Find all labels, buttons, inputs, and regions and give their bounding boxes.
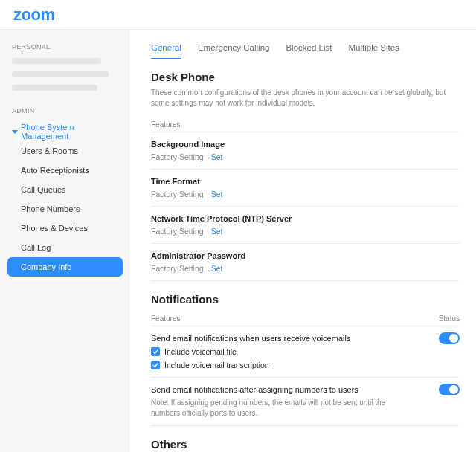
- checkbox-include-voicemail-transcription[interactable]: [151, 361, 160, 369]
- check-icon: [152, 362, 158, 368]
- sidebar-placeholder: [12, 85, 97, 91]
- setting-status: Factory Setting: [151, 227, 204, 236]
- checkbox-include-voicemail-file[interactable]: [151, 347, 160, 356]
- sidebar-item-phone-numbers[interactable]: Phone Numbers: [7, 199, 123, 219]
- setting-voicemail-notifications: Send email notifications when users rece…: [151, 326, 460, 378]
- sidebar-item-call-queues[interactable]: Call Queues: [7, 180, 123, 199]
- tab-blocked-list[interactable]: Blocked List: [286, 43, 332, 59]
- tabs: General Emergency Calling Blocked List M…: [151, 43, 460, 60]
- zoom-logo: zoom: [13, 5, 54, 25]
- setting-title: Network Time Protocol (NTP) Server: [151, 214, 460, 223]
- tab-emergency-calling[interactable]: Emergency Calling: [198, 43, 270, 59]
- sidebar-placeholder: [12, 58, 101, 64]
- checkbox-label: Include voicemail transcription: [164, 361, 269, 369]
- sidebar-item-call-log[interactable]: Call Log: [7, 238, 123, 257]
- tab-general[interactable]: General: [151, 43, 181, 59]
- setting-assign-number-notifications: Send email notifications after assigning…: [151, 378, 460, 426]
- checkbox-label: Include voicemail file: [164, 347, 237, 356]
- notifications-columns: Features Status: [151, 310, 460, 326]
- section-title-notifications: Notifications: [151, 293, 460, 306]
- sidebar: PERSONAL ADMIN Phone System Management U…: [0, 30, 130, 452]
- chevron-down-icon: [12, 130, 18, 134]
- setting-status: Factory Setting: [151, 190, 204, 198]
- setting-time-format: Time Format Factory Setting Set: [151, 170, 460, 207]
- setting-status: Factory Setting: [151, 152, 204, 161]
- column-status: Status: [439, 314, 460, 323]
- sidebar-parent-label: Phone System Management: [21, 123, 117, 141]
- setting-title: Time Format: [151, 177, 460, 186]
- set-link[interactable]: Set: [211, 190, 223, 198]
- setting-ntp-server: Network Time Protocol (NTP) Server Facto…: [151, 207, 460, 244]
- toggle-voicemail-notifications[interactable]: [439, 332, 460, 344]
- check-icon: [152, 349, 158, 355]
- top-bar: zoom: [0, 0, 476, 30]
- setting-background-image: Background Image Factory Setting Set: [151, 132, 460, 170]
- tab-multiple-sites[interactable]: Multiple Sites: [348, 43, 399, 59]
- set-link[interactable]: Set: [211, 264, 223, 273]
- sidebar-item-auto-receptionists[interactable]: Auto Receptionists: [7, 161, 123, 180]
- desk-phone-columns: Features: [151, 116, 460, 132]
- sidebar-heading-admin: ADMIN: [12, 107, 123, 114]
- column-features: Features: [151, 120, 180, 129]
- sidebar-item-phones-devices[interactable]: Phones & Devices: [7, 219, 123, 238]
- setting-note: Note: If assigning pending numbers, the …: [151, 398, 396, 418]
- set-link[interactable]: Set: [211, 152, 223, 161]
- column-features: Features: [151, 314, 180, 323]
- set-link[interactable]: Set: [211, 227, 223, 236]
- sidebar-heading-personal: PERSONAL: [12, 43, 123, 51]
- setting-title: Background Image: [151, 140, 460, 149]
- section-title-others: Others: [151, 438, 460, 451]
- setting-admin-password: Administrator Password Factory Setting S…: [151, 244, 460, 281]
- setting-title: Send email notifications after assigning…: [151, 385, 460, 394]
- sidebar-parent-phone-system[interactable]: Phone System Management: [7, 122, 123, 141]
- setting-title: Send email notifications when users rece…: [151, 334, 460, 343]
- setting-status: Factory Setting: [151, 264, 204, 273]
- sidebar-item-users-rooms[interactable]: Users & Rooms: [7, 141, 123, 161]
- setting-title: Administrator Password: [151, 251, 460, 260]
- toggle-assign-number-notifications[interactable]: [439, 384, 460, 396]
- sidebar-item-company-info[interactable]: Company Info: [7, 257, 123, 277]
- section-title-desk-phone: Desk Phone: [151, 71, 460, 83]
- desk-phone-desc: These common configurations of the desk …: [151, 88, 460, 109]
- sidebar-placeholder: [12, 71, 109, 77]
- main-content: General Emergency Calling Blocked List M…: [130, 30, 476, 452]
